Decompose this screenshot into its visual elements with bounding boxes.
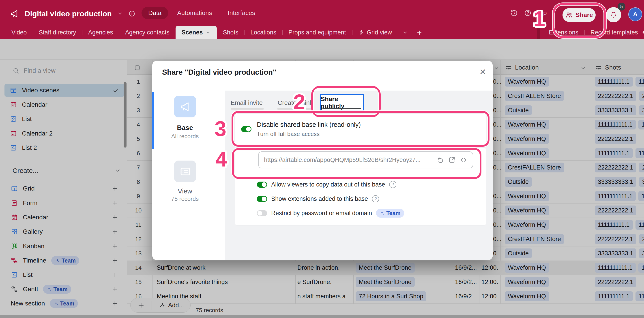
- annotation-ring-url: [232, 148, 482, 179]
- notification-badge: 5: [618, 3, 626, 10]
- megaphone-icon: [179, 101, 191, 113]
- view-tab-grid-view[interactable]: Grid view: [352, 26, 398, 39]
- annotation-ring-share: [553, 3, 606, 38]
- table-tab-staff-directory[interactable]: Staff directory: [33, 26, 82, 39]
- share-option-1[interactable]: Allow viewers to copy data out of this b…: [257, 179, 396, 189]
- table-tab-props-and-equipment[interactable]: Props and equipment: [282, 26, 352, 39]
- option-toggle[interactable]: [257, 196, 267, 202]
- chevron-down-icon[interactable]: [117, 11, 123, 16]
- add-table-icon[interactable]: [412, 26, 426, 39]
- app-header: Digital video production DataAutomations…: [0, 0, 644, 26]
- topnav-data[interactable]: Data: [142, 7, 168, 19]
- table-tab-video[interactable]: Video: [5, 26, 33, 39]
- base-title[interactable]: Digital video production: [25, 9, 112, 18]
- view-scope-sub: 75 records: [158, 195, 212, 202]
- table-tab-agencies[interactable]: Agencies: [82, 26, 119, 39]
- table-tabs-bar: VideoStaff directoryAgenciesAgency conta…: [0, 26, 644, 39]
- topnav-automations[interactable]: Automations: [170, 7, 219, 19]
- avatar[interactable]: A: [628, 7, 642, 21]
- close-icon[interactable]: ✕: [478, 67, 488, 77]
- annotation-step-2: 2: [293, 91, 305, 113]
- question-icon: [524, 9, 532, 17]
- view-icon: [179, 166, 191, 177]
- help-icon[interactable]: ?: [389, 181, 396, 188]
- option-label: Restrict by password or email domain: [271, 210, 372, 217]
- table-tab-scenes[interactable]: Scenes: [176, 26, 217, 39]
- base-scope-label[interactable]: Base: [158, 124, 212, 132]
- table-tab-agency-contacts[interactable]: Agency contacts: [119, 26, 176, 39]
- annotation-step-1: 1: [534, 8, 545, 29]
- tab-email-invite[interactable]: Email invite: [231, 99, 263, 106]
- team-badge: Team: [376, 209, 404, 218]
- annotation-step-3: 3: [214, 118, 226, 139]
- airtable-app: Digital video production DataAutomations…: [0, 0, 644, 318]
- help-icon[interactable]: ?: [372, 195, 379, 202]
- option-label: Show extensions added to this base: [271, 195, 368, 202]
- option-toggle[interactable]: [257, 210, 267, 216]
- base-scope-sub: All records: [158, 133, 212, 140]
- selected-scope-indicator: [152, 92, 154, 149]
- share-option-3[interactable]: Restrict by password or email domainTeam: [257, 208, 404, 218]
- view-scope-label[interactable]: View: [158, 187, 212, 195]
- base-scope-icon[interactable]: [174, 96, 196, 117]
- sparkle-icon: [641, 30, 644, 35]
- annotation-ring-toggle: [232, 111, 490, 147]
- share-option-2[interactable]: Show extensions added to this base?: [257, 194, 379, 204]
- info-icon[interactable]: [128, 10, 136, 17]
- table-tab-shots[interactable]: Shots: [217, 26, 244, 39]
- history-icon[interactable]: [510, 9, 518, 17]
- megaphone-logo-icon: [10, 9, 19, 18]
- view-scope-icon[interactable]: [174, 160, 196, 182]
- topnav-interfaces[interactable]: Interfaces: [221, 7, 262, 19]
- top-nav: DataAutomationsInterfaces: [142, 7, 262, 19]
- option-label: Allow viewers to copy data out of this b…: [271, 181, 385, 188]
- dialog-title: Share "Digital video production": [162, 68, 276, 76]
- option-toggle[interactable]: [257, 181, 267, 188]
- table-tabs-expand-icon[interactable]: [398, 26, 412, 39]
- bell-icon: [610, 11, 617, 18]
- annotation-step-4: 4: [216, 149, 227, 170]
- table-tabs: VideoStaff directoryAgenciesAgency conta…: [5, 26, 426, 39]
- table-tab-locations[interactable]: Locations: [244, 26, 282, 39]
- sparkle-icon: [380, 211, 384, 216]
